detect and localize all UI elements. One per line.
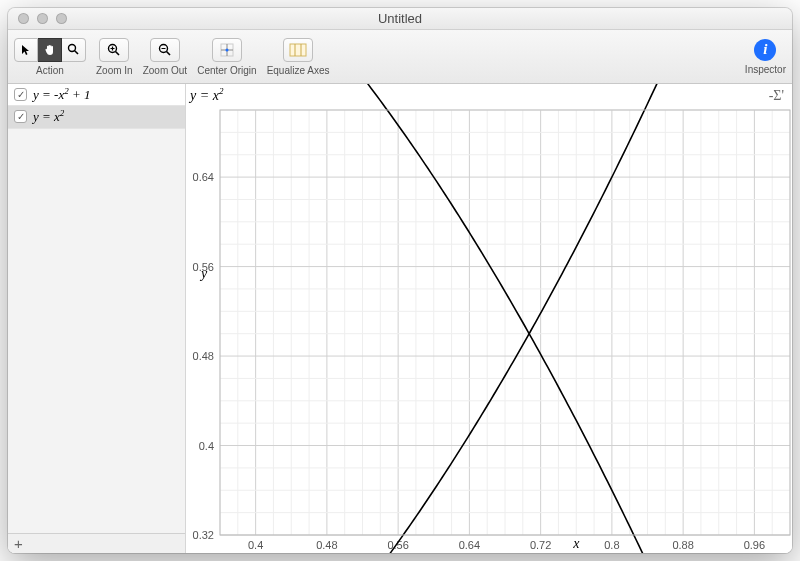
- app-window: Untitled Action Zoom In: [8, 8, 792, 553]
- svg-text:0.88: 0.88: [672, 539, 693, 551]
- inspector-label: Inspector: [745, 64, 786, 75]
- equation-row[interactable]: ✓ y = -x2 + 1: [8, 84, 185, 106]
- add-equation-button[interactable]: +: [14, 535, 23, 552]
- checkbox-icon[interactable]: ✓: [14, 110, 27, 123]
- action-group: Action: [14, 38, 86, 76]
- hand-tool-button[interactable]: [38, 38, 62, 62]
- zoom-tool-button[interactable]: [62, 38, 86, 62]
- svg-text:0.72: 0.72: [530, 539, 551, 551]
- equation-row[interactable]: ✓ y = x2: [8, 106, 185, 128]
- svg-line-3: [116, 51, 120, 55]
- zoom-window-icon[interactable]: [56, 13, 67, 24]
- svg-text:0.8: 0.8: [604, 539, 619, 551]
- inspector-button[interactable]: i: [754, 39, 776, 61]
- svg-text:0.32: 0.32: [193, 529, 214, 541]
- svg-text:x: x: [572, 536, 580, 551]
- center-origin-button[interactable]: [212, 38, 242, 62]
- zoom-in-button[interactable]: [99, 38, 129, 62]
- equalize-axes-button[interactable]: [283, 38, 313, 62]
- svg-text:0.48: 0.48: [316, 539, 337, 551]
- svg-point-0: [69, 45, 76, 52]
- titlebar[interactable]: Untitled: [8, 8, 792, 30]
- content-area: ✓ y = -x2 + 1 ✓ y = x2 + y = x2 -Σ' 0.40…: [8, 84, 792, 553]
- action-label: Action: [36, 65, 64, 76]
- sidebar-footer: +: [8, 533, 185, 553]
- window-title: Untitled: [8, 11, 792, 26]
- zoom-out-group: Zoom Out: [143, 38, 187, 76]
- svg-text:0.64: 0.64: [193, 171, 214, 183]
- checkbox-icon[interactable]: ✓: [14, 88, 27, 101]
- pointer-tool-button[interactable]: [14, 38, 38, 62]
- equation-label: y = -x2 + 1: [33, 86, 90, 103]
- plot-area[interactable]: y = x2 -Σ' 0.40.480.560.640.720.80.880.9…: [186, 84, 792, 553]
- svg-text:0.4: 0.4: [248, 539, 263, 551]
- equalize-axes-group: Equalize Axes: [267, 38, 330, 76]
- center-origin-label: Center Origin: [197, 65, 256, 76]
- center-origin-group: Center Origin: [197, 38, 256, 76]
- svg-line-1: [75, 51, 78, 54]
- zoom-in-label: Zoom In: [96, 65, 133, 76]
- inspector-group: i Inspector: [745, 39, 786, 75]
- svg-text:y: y: [199, 266, 208, 281]
- zoom-out-button[interactable]: [150, 38, 180, 62]
- svg-text:0.48: 0.48: [193, 350, 214, 362]
- zoom-out-label: Zoom Out: [143, 65, 187, 76]
- equalize-axes-label: Equalize Axes: [267, 65, 330, 76]
- toolbar: Action Zoom In Zoom Out Center Origin Eq: [8, 30, 792, 84]
- graph-canvas[interactable]: 0.40.480.560.640.720.80.880.960.320.40.4…: [186, 84, 792, 553]
- svg-line-7: [166, 51, 170, 55]
- equation-list: ✓ y = -x2 + 1 ✓ y = x2: [8, 84, 185, 533]
- window-controls: [8, 13, 67, 24]
- svg-text:0.64: 0.64: [459, 539, 480, 551]
- equation-label: y = x2: [33, 108, 64, 125]
- close-icon[interactable]: [18, 13, 29, 24]
- svg-text:0.4: 0.4: [199, 440, 214, 452]
- equation-sidebar: ✓ y = -x2 + 1 ✓ y = x2 +: [8, 84, 186, 553]
- svg-text:0.96: 0.96: [744, 539, 765, 551]
- svg-rect-13: [290, 44, 306, 56]
- zoom-in-group: Zoom In: [96, 38, 133, 76]
- svg-point-12: [225, 48, 228, 51]
- minimize-icon[interactable]: [37, 13, 48, 24]
